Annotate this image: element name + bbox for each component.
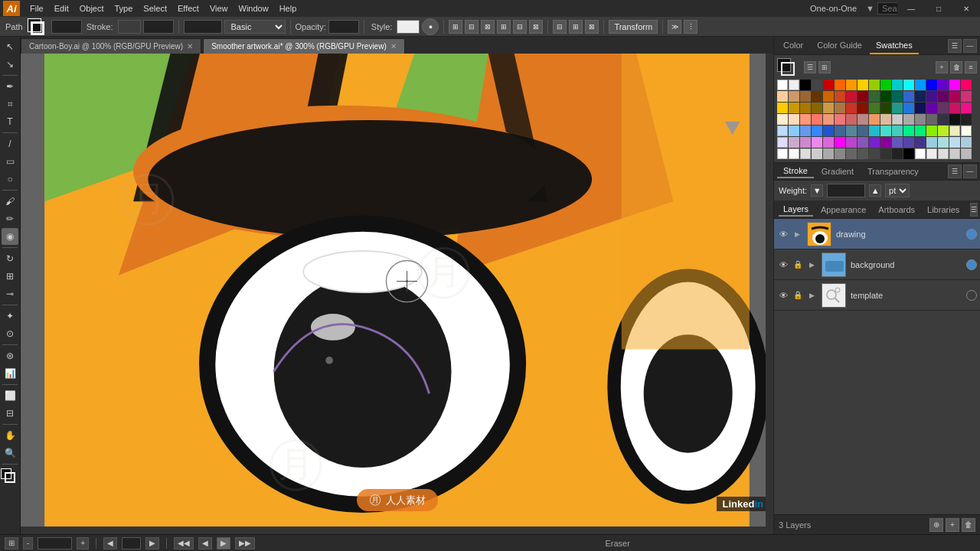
artboard-prev-button[interactable]: ◀ <box>103 537 117 549</box>
swatch-sienna[interactable] <box>835 103 845 113</box>
swatch-slate-blue[interactable] <box>858 126 868 136</box>
circle-icon[interactable]: ● <box>422 18 439 35</box>
swatch-coral[interactable] <box>812 114 822 125</box>
swatch-rosy-brown[interactable] <box>858 114 868 125</box>
zoom-input[interactable]: 300% <box>38 537 72 549</box>
tool-type[interactable]: T <box>2 113 18 130</box>
canvas-scrollbar-horizontal[interactable] <box>21 527 766 534</box>
layer-circle-template[interactable] <box>966 290 977 301</box>
swatch-steel-blue[interactable] <box>835 126 845 136</box>
swatch-royal-blue[interactable] <box>823 126 834 136</box>
minimize-button[interactable]: — <box>897 0 925 17</box>
stroke-swatch[interactable] <box>118 20 141 34</box>
swatch-alice-blue[interactable] <box>949 137 960 148</box>
artboard-next-button[interactable]: ▶ <box>145 537 159 549</box>
basic-dropdown[interactable]: Basic <box>224 20 286 34</box>
tool-direct-select[interactable]: ↘ <box>2 56 18 73</box>
swatch-medium-slate[interactable] <box>892 137 903 148</box>
swatch-orange-red[interactable] <box>835 80 845 90</box>
swatch-plum[interactable] <box>800 137 811 148</box>
swatch-dark-olive[interactable] <box>880 103 891 113</box>
tab-color-guide[interactable]: Color Guide <box>811 37 868 54</box>
panel-collapse-icon[interactable]: — <box>963 39 977 53</box>
swatch-medium-turquoise[interactable] <box>892 126 903 136</box>
swatch-white-2[interactable] <box>777 148 788 159</box>
tool-warp[interactable]: ⊸ <box>2 285 18 302</box>
fill-stroke-indicator[interactable] <box>28 18 49 35</box>
layer-lock-icon-template[interactable]: 🔒 <box>792 289 804 302</box>
zoom-in-button[interactable]: + <box>77 537 89 549</box>
swatch-wheat[interactable] <box>777 114 788 125</box>
distribute-v-icon[interactable]: ⊞ <box>569 20 583 34</box>
tool-artboard[interactable]: ⬜ <box>2 387 18 404</box>
swatch-spring-green[interactable] <box>903 126 914 136</box>
swatch-near-white[interactable] <box>926 148 937 159</box>
menu-object[interactable]: Object <box>74 2 109 15</box>
swatch-dodger-blue[interactable] <box>903 103 914 113</box>
more-options-icon[interactable]: ≫ <box>668 20 681 34</box>
swatch-dark-violet[interactable] <box>880 137 891 148</box>
swatch-violet[interactable] <box>926 103 937 113</box>
tool-eyedropper[interactable]: ✦ <box>2 308 18 324</box>
tab-swatches[interactable]: Swatches <box>870 37 919 54</box>
swatch-dark-gray[interactable] <box>812 80 822 90</box>
swatch-green[interactable] <box>880 80 891 90</box>
menu-type[interactable]: Type <box>109 2 139 15</box>
swatch-dark-slate[interactable] <box>938 114 949 125</box>
swatch-indian-red[interactable] <box>846 114 857 125</box>
layer-eye-template[interactable]: 👁 <box>777 289 789 302</box>
swatch-gray-3[interactable] <box>835 148 845 159</box>
layer-expand-background[interactable]: ▶ <box>806 259 817 270</box>
tool-rectangle[interactable]: ▭ <box>2 153 18 170</box>
opacity-input[interactable]: 100% <box>328 20 359 34</box>
swatch-rust[interactable] <box>846 103 857 113</box>
swatch-sky-blue[interactable] <box>903 91 914 102</box>
fill-color-input[interactable] <box>51 20 82 34</box>
tab-stroke[interactable]: Stroke <box>777 165 814 178</box>
swatch-fill-stroke[interactable] <box>777 58 799 77</box>
swatch-dark-green[interactable] <box>880 91 891 102</box>
layer-row-template[interactable]: 👁 🔒 ▶ template <box>774 280 980 311</box>
swatch-grid-view-icon[interactable]: ⊞ <box>818 61 831 73</box>
swatch-brown[interactable] <box>812 91 822 102</box>
align-center-icon[interactable]: ⊟ <box>465 20 479 34</box>
stroke-panel-menu[interactable]: ☰ <box>948 165 962 178</box>
swatch-cornflower[interactable] <box>800 126 811 136</box>
menu-effect[interactable]: Effect <box>172 2 204 15</box>
swatch-medium-purple[interactable] <box>858 137 868 148</box>
swatch-black[interactable] <box>800 80 811 90</box>
toolbox-fill-stroke[interactable] <box>1 468 19 485</box>
swatch-light-coral[interactable] <box>835 114 845 125</box>
swatch-extra[interactable] <box>961 114 972 125</box>
tool-slice[interactable]: ⊟ <box>2 405 18 422</box>
tab-close-1[interactable]: ✕ <box>390 42 397 51</box>
swatch-gray-6[interactable] <box>869 148 880 159</box>
tool-blend[interactable]: ⊙ <box>2 325 18 342</box>
swatch-medium-spring[interactable] <box>915 126 926 136</box>
layer-eye-background[interactable]: 👁 <box>777 259 789 271</box>
style-swatch[interactable] <box>397 20 420 34</box>
tab-transparency[interactable]: Transparency <box>861 165 925 178</box>
swatch-ivory[interactable] <box>961 126 972 136</box>
swatch-maroon[interactable] <box>858 91 868 102</box>
weight-stepper-down[interactable]: ▼ <box>811 184 823 197</box>
swatch-beige[interactable] <box>949 126 960 136</box>
swatch-lavender[interactable] <box>777 137 788 148</box>
swatch-pink[interactable] <box>961 80 972 90</box>
swatch-extra-2[interactable] <box>961 137 972 148</box>
stroke-value-input[interactable] <box>143 20 174 34</box>
swatch-blue[interactable] <box>926 80 937 90</box>
transform-button[interactable]: Transform <box>609 20 658 34</box>
swatch-magenta[interactable] <box>949 80 960 90</box>
swatch-light-blue[interactable] <box>777 126 788 136</box>
layer-circle-background[interactable] <box>966 259 977 270</box>
workspace-dropdown-icon[interactable]: ▼ <box>863 4 877 13</box>
canvas-area[interactable]: ㊊ ㊊ ㊊ ㊊ 人人素材 Linkedin <box>21 54 773 534</box>
swatch-cadet-blue[interactable] <box>846 126 857 136</box>
swatch-near-black[interactable] <box>949 114 960 125</box>
swatch-blue-light[interactable] <box>915 80 926 90</box>
swatch-gold[interactable] <box>777 103 788 113</box>
swatch-delete-icon[interactable]: 🗑 <box>950 61 962 73</box>
swatch-pure-white[interactable] <box>915 148 926 159</box>
swatch-dark-navy[interactable] <box>915 103 926 113</box>
